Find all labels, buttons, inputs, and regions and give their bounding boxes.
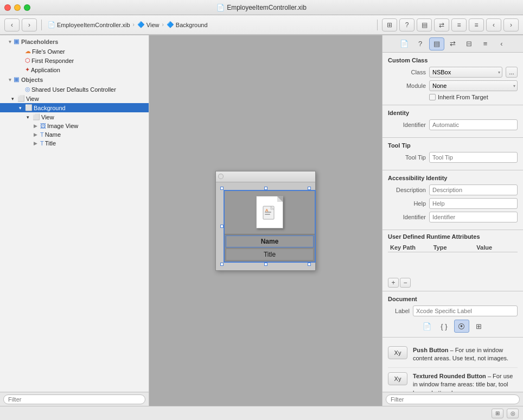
- placeholders-icon: ▣: [14, 38, 19, 45]
- left-filter-input[interactable]: [3, 394, 145, 404]
- tree-item-application[interactable]: ✦ Application: [0, 65, 149, 74]
- module-select[interactable]: None: [429, 80, 518, 91]
- title-expand[interactable]: ▶: [31, 141, 39, 146]
- right-tab-help[interactable]: ?: [413, 37, 428, 50]
- help-row: Help: [388, 198, 518, 209]
- doc-icon-grid[interactable]: ⊞: [471, 320, 487, 333]
- minimize-button[interactable]: [14, 4, 21, 11]
- xib-titlebar: [216, 171, 315, 182]
- right-tab-back[interactable]: ‹: [494, 37, 509, 50]
- main-toolbar: ‹ › 📄 EmployeeItemController.xib › 🔷 Vie…: [0, 15, 523, 35]
- tooltip-input[interactable]: [429, 152, 518, 163]
- tree-item-view-child[interactable]: ▾ ⬜ View: [0, 112, 149, 122]
- sliders-button[interactable]: ≡: [451, 18, 467, 31]
- identity-section: Identity Identifier: [382, 105, 523, 138]
- tree-item-shared-user[interactable]: ◎ Shared User Defaults Controller: [0, 85, 149, 94]
- back-button[interactable]: ‹: [4, 18, 20, 31]
- tree-item-name[interactable]: ▶ T Name: [0, 130, 149, 139]
- tree-item-view-root[interactable]: ▾ ⬜ View: [0, 94, 149, 103]
- module-row: Module None ▾: [388, 80, 518, 91]
- component-textured-button[interactable]: Xy Textured Rounded Button – For use in …: [388, 368, 518, 392]
- objects-section: ▾ ▣ Objects: [0, 74, 149, 85]
- inherit-checkbox[interactable]: [429, 94, 436, 100]
- name-expand[interactable]: ▶: [31, 132, 39, 137]
- identifier-input[interactable]: [429, 119, 518, 130]
- doc-label-input[interactable]: [413, 306, 518, 316]
- handle-bm[interactable]: [264, 263, 267, 266]
- toolbar-separator-1: [41, 20, 42, 30]
- image-view-expand[interactable]: ▶: [31, 123, 39, 129]
- help-button[interactable]: ?: [399, 18, 414, 31]
- handle-br[interactable]: [308, 263, 311, 266]
- list-button[interactable]: ≡: [469, 18, 484, 31]
- right-tab-file[interactable]: 📄: [397, 37, 412, 50]
- identifier2-row: Identifier: [388, 212, 518, 222]
- nav-forward-button[interactable]: ›: [503, 18, 519, 31]
- tree-item-files-owner[interactable]: ☁ File's Owner: [0, 47, 149, 56]
- custom-class-title: Custom Class: [388, 57, 518, 63]
- add-runtime-attr-btn[interactable]: +: [388, 278, 399, 288]
- breadcrumb-item-file[interactable]: 📄 EmployeeItemController.xib: [46, 21, 132, 29]
- arrows-button[interactable]: ⇄: [434, 18, 449, 31]
- main-content: ▾ ▣ Placeholders ☁ File's Owner ⬡ First …: [0, 35, 523, 406]
- xib-image-area: A: [225, 191, 315, 234]
- right-tab-sliders[interactable]: ⊟: [462, 37, 477, 50]
- placeholders-triangle[interactable]: ▾: [9, 39, 11, 44]
- svg-text:A: A: [265, 208, 269, 213]
- background-expand[interactable]: ▾: [16, 105, 24, 111]
- module-select-wrapper: None ▾: [429, 80, 518, 91]
- xib-doc-icon-inner: A: [262, 205, 277, 223]
- push-button-desc: Push Button – For use in window content …: [413, 346, 518, 363]
- tree-item-title[interactable]: ▶ T Title: [0, 139, 149, 148]
- tree-item-image-view[interactable]: ▶ 🖼 Image View: [0, 122, 149, 130]
- tree-item-background[interactable]: ▾ ⬜ Background: [0, 103, 149, 112]
- breadcrumb-sep-2: ›: [162, 22, 164, 28]
- bottom-circle-btn[interactable]: ◎: [507, 409, 519, 418]
- view-child-icon: ⬜: [33, 113, 40, 120]
- runtime-attributes-section: User Defined Runtime Attributes Key Path…: [382, 230, 523, 291]
- nav-back-button[interactable]: ‹: [486, 18, 501, 31]
- doc-icon-file[interactable]: 📄: [419, 320, 435, 333]
- class-row: Class NSBox ▾ …: [388, 67, 518, 78]
- xib-close-btn[interactable]: [218, 174, 224, 179]
- description-input[interactable]: [429, 184, 518, 195]
- inspector-button[interactable]: ▤: [417, 18, 432, 31]
- maximize-button[interactable]: [24, 4, 30, 11]
- image-view-icon: 🖼: [40, 123, 46, 129]
- component-push-button[interactable]: Xy Push Button – For use in window conte…: [388, 342, 518, 368]
- breadcrumb-item-background[interactable]: 🔷 Background: [165, 21, 209, 29]
- right-tab-list[interactable]: ≡: [478, 37, 493, 50]
- right-filter-input[interactable]: [386, 394, 520, 404]
- doc-icon-brace[interactable]: { }: [437, 320, 452, 333]
- close-button[interactable]: [4, 4, 11, 11]
- grid-button[interactable]: ⊞: [382, 18, 397, 31]
- inherit-label: Inherit From Target: [438, 94, 488, 100]
- view-root-expand[interactable]: ▾: [9, 96, 16, 101]
- bottom-grid-btn[interactable]: ⊞: [492, 409, 503, 418]
- tree-item-first-responder[interactable]: ⬡ First Responder: [0, 56, 149, 65]
- textured-button-desc: Textured Rounded Button – For use in win…: [413, 372, 518, 392]
- class-select[interactable]: NSBox: [429, 67, 502, 78]
- forward-button[interactable]: ›: [22, 18, 37, 31]
- class-action-btn[interactable]: …: [506, 67, 518, 78]
- identifier-label: Identifier: [388, 122, 426, 128]
- identifier2-input[interactable]: [429, 212, 518, 222]
- component-library: Xy Push Button – For use in window conte…: [382, 338, 523, 392]
- custom-class-section: Custom Class Class NSBox ▾ … Module: [382, 53, 523, 105]
- handle-bl[interactable]: [220, 263, 224, 266]
- remove-runtime-attr-btn[interactable]: −: [400, 278, 411, 288]
- view-child-expand[interactable]: ▾: [24, 114, 31, 120]
- tree-area: ▾ ▣ Placeholders ☁ File's Owner ⬡ First …: [0, 35, 149, 392]
- desc-row: Description: [388, 184, 518, 195]
- files-owner-icon: ☁: [25, 48, 31, 55]
- breadcrumb-item-view[interactable]: 🔷 View: [136, 21, 161, 29]
- doc-icon-circle[interactable]: ⦿: [454, 320, 469, 333]
- runtime-table-header: Key Path Type Value: [388, 243, 518, 252]
- right-filter-bar: [382, 392, 523, 406]
- right-tab-arrows[interactable]: ⇄: [445, 37, 461, 50]
- help-input[interactable]: [429, 198, 518, 209]
- identifier2-label: Identifier: [388, 214, 426, 220]
- right-tab-inspector[interactable]: ▤: [429, 37, 444, 50]
- objects-triangle[interactable]: ▾: [9, 77, 11, 82]
- document-section: Document Label 📄 { } ⦿ ⊞: [382, 291, 523, 338]
